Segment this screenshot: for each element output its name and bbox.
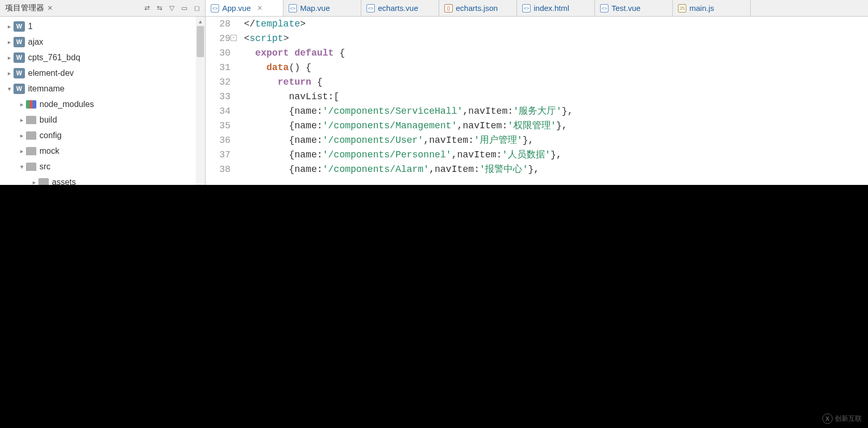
code-editor[interactable]: 2829-303132333435363738 </template><scri… <box>206 17 868 185</box>
project-icon: W <box>13 68 25 78</box>
editor-tab-bar: <>App.vue✕<>Map.vue<>echarts.vue{}echart… <box>206 0 868 17</box>
collapse-all-icon[interactable]: ⇆ <box>154 3 165 14</box>
tree-item-label: ajax <box>28 37 43 47</box>
project-icon: W <box>13 21 25 32</box>
editor-tab-echarts.json[interactable]: {}echarts.json <box>439 0 517 16</box>
minimize-icon[interactable]: ▭ <box>179 3 189 14</box>
line-number-gutter: 2829-303132333435363738 <box>206 17 235 185</box>
vue-file-icon: <> <box>367 4 375 12</box>
tab-label: App.vue <box>222 4 251 12</box>
library-icon <box>26 100 36 109</box>
watermark-text: 创新互联 <box>835 414 862 423</box>
close-icon[interactable]: ✕ <box>47 4 53 12</box>
tree-item-label: itemname <box>28 84 64 93</box>
code-line[interactable]: <script> <box>244 31 868 46</box>
twisty-icon[interactable] <box>5 70 13 77</box>
lower-black-region: X 创新互联 <box>0 185 868 428</box>
vue-file-icon: <> <box>211 4 219 12</box>
line-number: 28 <box>206 17 230 31</box>
fold-toggle-icon[interactable]: - <box>230 35 237 41</box>
tree-item-assets[interactable]: assets <box>0 175 205 185</box>
line-number: 34 <box>206 104 230 118</box>
twisty-icon[interactable] <box>18 116 26 124</box>
project-manager-header: 项目管理器 ✕ ⇄ ⇆ ▽ ▭ ◻ <box>0 0 205 17</box>
line-number: 32 <box>206 75 230 89</box>
watermark: X 创新互联 <box>822 413 862 424</box>
editor-tab-App.vue[interactable]: <>App.vue✕ <box>206 0 283 16</box>
editor-tab-index.html[interactable]: <>index.html <box>517 0 595 16</box>
code-line[interactable]: return { <box>244 75 868 89</box>
tree-item-config[interactable]: config <box>0 128 205 143</box>
folder-icon <box>26 147 36 155</box>
line-number: 36 <box>206 133 230 148</box>
project-tree: W1WajaxWcpts_761_bdqWelement-devWitemnam… <box>0 17 205 185</box>
watermark-logo-icon: X <box>822 413 833 424</box>
tree-item-src[interactable]: src <box>0 159 205 175</box>
project-icon: W <box>13 37 25 47</box>
tree-item-label: assets <box>52 178 76 185</box>
editor-tab-Test.vue[interactable]: <>Test.vue <box>595 0 673 16</box>
line-number: 31 <box>206 60 230 75</box>
line-number: 37 <box>206 148 230 162</box>
scroll-up-icon[interactable]: ▲ <box>196 17 205 26</box>
folder-icon <box>26 116 36 124</box>
tree-item-itemname[interactable]: Witemname <box>0 81 205 97</box>
code-line[interactable]: {name:'/components/Personnel',navItem:'人… <box>244 148 868 162</box>
view-menu-icon[interactable]: ▽ <box>167 3 177 14</box>
tree-item-mock[interactable]: mock <box>0 143 205 159</box>
vue-file-icon: <> <box>289 4 297 12</box>
tree-item-label: 1 <box>28 22 33 31</box>
maximize-icon[interactable]: ◻ <box>192 3 202 14</box>
code-line[interactable]: data() { <box>244 60 868 75</box>
twisty-icon[interactable] <box>18 163 26 170</box>
code-line[interactable]: {name:'/components/Management',navItem:'… <box>244 118 868 133</box>
tree-item-label: config <box>39 131 62 140</box>
ide-root: 项目管理器 ✕ ⇄ ⇆ ▽ ▭ ◻ W1WajaxWcpts_761_bdqWe… <box>0 0 868 428</box>
twisty-icon[interactable] <box>18 132 26 139</box>
twisty-icon[interactable] <box>5 54 13 61</box>
folder-icon <box>26 163 36 171</box>
top-area: 项目管理器 ✕ ⇄ ⇆ ▽ ▭ ◻ W1WajaxWcpts_761_bdqWe… <box>0 0 868 185</box>
line-number: 29- <box>206 31 230 46</box>
twisty-icon[interactable] <box>30 179 38 185</box>
tree-item-node_modules[interactable]: node_modules <box>0 97 205 112</box>
twisty-icon[interactable] <box>18 101 26 108</box>
code-line[interactable]: </template> <box>244 17 868 31</box>
link-with-editor-icon[interactable]: ⇄ <box>142 3 152 14</box>
project-icon: W <box>13 52 25 63</box>
code-line[interactable]: {name:'/components/Alarm',navItem:'报警中心'… <box>244 162 868 177</box>
tree-item-1[interactable]: W1 <box>0 19 205 34</box>
js-file-icon: JS <box>678 4 686 12</box>
editor-tab-Map.vue[interactable]: <>Map.vue <box>283 0 361 16</box>
code-line[interactable]: {name:'/components/ServiceHall',navItem:… <box>244 104 868 118</box>
tab-label: main.js <box>689 4 714 12</box>
scroll-thumb[interactable] <box>197 26 204 57</box>
twisty-icon[interactable] <box>18 148 26 155</box>
vertical-scrollbar[interactable]: ▲ <box>196 17 205 185</box>
tab-close-icon[interactable]: ✕ <box>257 4 263 12</box>
editor-tab-echarts.vue[interactable]: <>echarts.vue <box>361 0 439 16</box>
tree-item-element-dev[interactable]: Welement-dev <box>0 65 205 81</box>
line-number: 30 <box>206 46 230 60</box>
editor-tab-main.js[interactable]: JSmain.js <box>673 0 751 16</box>
tree-item-label: element-dev <box>28 69 74 78</box>
project-manager-panel: 项目管理器 ✕ ⇄ ⇆ ▽ ▭ ◻ W1WajaxWcpts_761_bdqWe… <box>0 0 206 185</box>
line-number: 38 <box>206 162 230 177</box>
json-file-icon: {} <box>444 4 453 12</box>
code-line[interactable]: navList:[ <box>244 89 868 104</box>
code-line[interactable]: export default { <box>244 46 868 60</box>
line-number: 35 <box>206 118 230 133</box>
twisty-icon[interactable] <box>5 23 13 30</box>
twisty-icon[interactable] <box>5 85 13 92</box>
folder-icon <box>26 131 36 140</box>
project-tree-container: W1WajaxWcpts_761_bdqWelement-devWitemnam… <box>0 17 205 185</box>
code-line[interactable]: {name:'/components/User',navItem:'用户管理'}… <box>244 133 868 148</box>
project-icon: W <box>13 84 25 94</box>
code-content[interactable]: </template><script> export default { dat… <box>235 17 868 185</box>
tree-item-build[interactable]: build <box>0 112 205 128</box>
editor-area: <>App.vue✕<>Map.vue<>echarts.vue{}echart… <box>206 0 868 185</box>
tree-item-ajax[interactable]: Wajax <box>0 34 205 50</box>
tree-item-cpts_761_bdq[interactable]: Wcpts_761_bdq <box>0 50 205 65</box>
html-file-icon: <> <box>522 4 531 12</box>
twisty-icon[interactable] <box>5 38 13 46</box>
